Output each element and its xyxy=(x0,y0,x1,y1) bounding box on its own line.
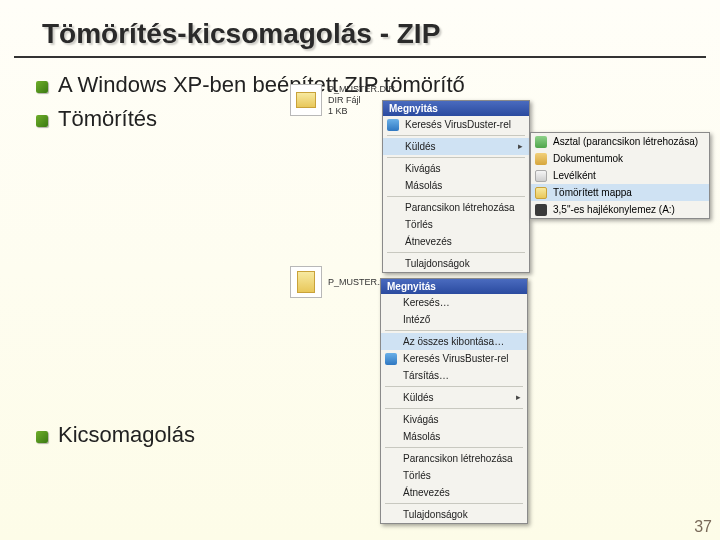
documents-icon xyxy=(535,153,547,165)
slide-number: 37 xyxy=(694,518,712,536)
menu-item-compressed-folder[interactable]: Tömörített mappa xyxy=(531,184,709,201)
menu-header: Megnyitás xyxy=(381,279,527,294)
menu-header: Megnyitás xyxy=(383,101,529,116)
bullet-text: Tömörítés xyxy=(58,106,157,132)
mail-icon xyxy=(535,170,547,182)
menu-item[interactable]: Keresés… xyxy=(381,294,527,311)
menu-item[interactable]: Keresés VirusBuster-rel xyxy=(381,350,527,367)
menu-item[interactable]: Parancsikon létrehozása xyxy=(381,450,527,467)
menu-item[interactable]: Törlés xyxy=(383,216,529,233)
bullet-icon xyxy=(36,81,48,93)
slide-title: Tömörítés-kicsomagolás - ZIP xyxy=(14,0,706,58)
menu-item[interactable]: Levélként xyxy=(531,167,709,184)
menu-item[interactable]: Intéző xyxy=(381,311,527,328)
menu-item[interactable]: Törlés xyxy=(381,467,527,484)
desktop-icon xyxy=(535,136,547,148)
bullet-item: Kicsomagolás xyxy=(36,422,720,448)
menu-item[interactable]: Tulajdonságok xyxy=(381,506,527,523)
menu-item[interactable]: Tulajdonságok xyxy=(383,255,529,272)
menu-item[interactable]: Másolás xyxy=(383,177,529,194)
shield-icon xyxy=(385,353,397,365)
context-menu: Megnyitás Keresés VirusDuster-rel Küldés… xyxy=(382,100,530,273)
zip-file-icon xyxy=(290,266,322,298)
menu-item[interactable]: Másolás xyxy=(381,428,527,445)
bullet-text: A Windows XP-ben beépített ZIP tömörítő xyxy=(58,72,465,98)
context-menu: Megnyitás Keresés… Intéző Az összes kibo… xyxy=(380,278,528,524)
menu-item[interactable]: Keresés VirusDuster-rel xyxy=(383,116,529,133)
menu-item-extract-all[interactable]: Az összes kibontása… xyxy=(381,333,527,350)
menu-item-send-to[interactable]: Küldés xyxy=(383,138,529,155)
file-item[interactable]: P_MUSTER.DIR DIR Fájl 1 KB xyxy=(290,84,395,116)
file-item[interactable]: P_MUSTER.zip xyxy=(290,266,391,298)
bullet-list: A Windows XP-ben beépített ZIP tömörítő … xyxy=(0,72,720,448)
zip-icon xyxy=(535,187,547,199)
menu-item[interactable]: Parancsikon létrehozása xyxy=(383,199,529,216)
menu-item[interactable]: Dokumentumok xyxy=(531,150,709,167)
bullet-text: Kicsomagolás xyxy=(58,422,195,448)
context-submenu: Asztal (parancsikon létrehozása) Dokumen… xyxy=(530,132,710,219)
menu-item[interactable]: Asztal (parancsikon létrehozása) xyxy=(531,133,709,150)
menu-item[interactable]: 3,5"-es hajlékonylemez (A:) xyxy=(531,201,709,218)
menu-item[interactable]: Társítás… xyxy=(381,367,527,384)
floppy-icon xyxy=(535,204,547,216)
shield-icon xyxy=(387,119,399,131)
menu-item-send-to[interactable]: Küldés xyxy=(381,389,527,406)
bullet-icon xyxy=(36,115,48,127)
menu-item[interactable]: Kivágás xyxy=(383,160,529,177)
menu-item[interactable]: Kivágás xyxy=(381,411,527,428)
menu-item[interactable]: Átnevezés xyxy=(381,484,527,501)
folder-icon xyxy=(290,84,322,116)
menu-item[interactable]: Átnevezés xyxy=(383,233,529,250)
bullet-icon xyxy=(36,431,48,443)
file-name: P_MUSTER.DIR xyxy=(328,84,395,95)
